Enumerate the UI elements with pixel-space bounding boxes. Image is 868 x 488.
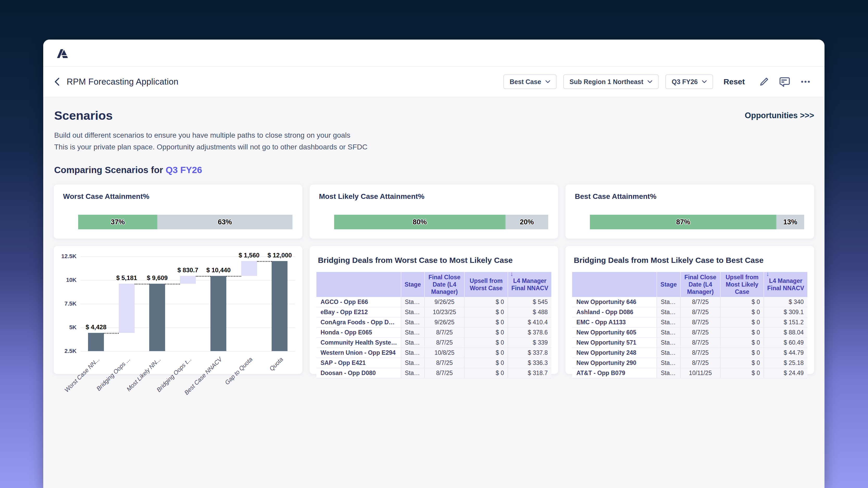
column-header-1[interactable]: Stage [401, 272, 425, 297]
table-row[interactable]: ConAgra Foods - Opp D1374Stage 39/26/25$… [316, 317, 552, 327]
waterfall-bar-total [88, 333, 104, 351]
table-cell: $ 0 [720, 348, 764, 358]
bridging-table-likely-to-best: Bridging Deals from Most Likely Case to … [565, 246, 814, 374]
anaplan-logo-icon [55, 47, 68, 59]
waterfall-bar-total [149, 284, 165, 351]
table-row[interactable]: AGCO - Opp E66Stage 39/26/25$ 0$ 545 [316, 297, 552, 307]
table-row[interactable]: SAP - Opp E421Stage 38/7/25$ 0$ 336.3 [316, 358, 552, 368]
sort-descending-icon: ↓ [510, 270, 513, 278]
table-cell: 8/7/25 [681, 317, 720, 327]
attainment-remaining-segment: 13% [776, 215, 804, 229]
comment-button[interactable] [778, 75, 792, 89]
table-cell: $ 545 [508, 297, 551, 307]
table-row[interactable]: EMC - Opp A1133Stage 18/7/25$ 0$ 151.2 [572, 317, 807, 327]
table-row[interactable]: Community Health Systems - ...Stage 48/7… [316, 337, 552, 348]
waterfall-bar-total [210, 276, 226, 351]
x-axis-label: Gap to Quota [224, 356, 254, 386]
table-cell: Stage 1 [657, 368, 680, 378]
column-header-1[interactable]: Stage [657, 272, 680, 297]
column-header-label: Final Close Date (L4 Manager) [683, 273, 718, 295]
waterfall-chart-card: 12.5K10K7.5K5K2.5K$ 4,428Worst Case NN..… [54, 246, 302, 374]
table-row[interactable]: New Opportunity 290Stage 28/7/25$ 0$ 25.… [572, 358, 807, 368]
chart-gridline [81, 304, 295, 304]
opportunities-link[interactable]: Opportunities >>> [745, 111, 814, 120]
table-row[interactable]: New Opportunity 605Stage 28/7/25$ 0$ 88.… [572, 327, 807, 337]
bridging-deals-table: StageFinal Close Date (L4 Manager)Upsell… [572, 272, 807, 379]
table-row[interactable]: New Opportunity 571Stage 28/7/25$ 0$ 60.… [572, 337, 807, 348]
table-cell: $ 0 [464, 358, 508, 368]
filter-dropdown-sub-region-1-northeast[interactable]: Sub Region 1 Northeast [563, 74, 659, 89]
y-axis-tick: 12.5K [61, 253, 76, 260]
table-cell: $ 309.1 [764, 307, 807, 317]
deal-name-cell: AT&T - Opp B079 [572, 368, 657, 378]
table-row[interactable]: Ashland - Opp D086Stage 28/7/25$ 0$ 309.… [572, 307, 807, 317]
column-header-2[interactable]: Final Close Date (L4 Manager) [681, 272, 720, 297]
table-cell: Stage 3 [401, 358, 425, 368]
deal-name-cell: ConAgra Foods - Opp D1374 [316, 317, 401, 327]
table-row[interactable]: eBay - Opp E212Stage 310/23/25$ 0$ 488 [316, 307, 552, 317]
section-description-1: Build out different scenarios to ensure … [54, 129, 368, 141]
comment-icon [779, 76, 790, 88]
column-header-0[interactable] [316, 272, 401, 297]
waterfall-connector [226, 276, 241, 276]
comparing-period: Q3 FY26 [166, 165, 202, 175]
more-options-button[interactable] [799, 75, 812, 89]
y-axis-tick: 7.5K [65, 300, 76, 307]
filter-dropdown-q3-fy26[interactable]: Q3 FY26 [665, 74, 713, 89]
table-row[interactable]: Honda - Opp E065Stage 48/7/25$ 0$ 378.6 [316, 327, 552, 337]
waterfall-connector [104, 333, 119, 334]
section-title: Scenarios [54, 108, 368, 123]
bar-value-label: $ 9,609 [147, 274, 168, 282]
table-row[interactable]: New Opportunity 646Stage 28/7/25$ 0$ 340 [572, 297, 807, 307]
column-header-0[interactable] [572, 272, 657, 297]
table-cell: Stage 3 [401, 348, 425, 358]
table-cell: Stage 1 [657, 317, 680, 327]
column-header-label: Stage [660, 281, 677, 288]
back-button[interactable] [54, 77, 60, 86]
title-bar: RPM Forecasting Application Best CaseSub… [43, 67, 825, 97]
filter-label: Sub Region 1 Northeast [569, 78, 643, 86]
deal-name-cell: eBay - Opp E212 [316, 307, 401, 317]
attainment-achieved-segment: 80% [334, 215, 505, 229]
table-cell: $ 339 [508, 337, 551, 348]
bar-value-label: $ 830.7 [177, 266, 198, 274]
attainment-bar: 37%63% [78, 215, 292, 229]
column-header-3[interactable]: Upsell from Most Likely Case [720, 272, 764, 297]
column-header-3[interactable]: Upsell from Worst Case [464, 272, 508, 297]
table-cell: Stage 2 [657, 348, 680, 358]
deal-name-cell: Doosan - Opp D080 [316, 368, 401, 378]
table-row[interactable]: AT&T - Opp B079Stage 110/11/25$ 0$ 24.49 [572, 368, 807, 378]
table-cell: 8/7/25 [681, 327, 720, 337]
waterfall-connector [257, 261, 272, 262]
table-cell: Stage 2 [657, 297, 680, 307]
x-axis-label: Worst Case NN... [63, 356, 101, 394]
table-cell: $ 151.2 [764, 317, 807, 327]
edit-button[interactable] [757, 75, 771, 89]
table-cell: $ 0 [720, 327, 764, 337]
table-cell: 10/8/25 [425, 348, 464, 358]
table-cell: Stage 3 [401, 297, 425, 307]
reset-button[interactable]: Reset [723, 77, 745, 86]
filter-label: Q3 FY26 [672, 78, 698, 86]
column-header-2[interactable]: Final Close Date (L4 Manager) [425, 272, 464, 297]
deal-name-cell: AGCO - Opp E66 [316, 297, 401, 307]
waterfall-bar-total [272, 261, 287, 351]
logo-bar [43, 39, 825, 67]
table-row[interactable]: New Opportunity 248Stage 28/7/25$ 0$ 44.… [572, 348, 807, 358]
filter-dropdown-best-case[interactable]: Best Case [503, 74, 557, 89]
attainment-remaining-segment: 20% [505, 215, 549, 229]
column-header-4[interactable]: L4 Manager Final NNACV↓ [508, 272, 551, 297]
table-cell: Stage 3 [401, 317, 425, 327]
table-cell: $ 0 [464, 297, 508, 307]
deal-name-cell: Ashland - Opp D086 [572, 307, 657, 317]
table-row[interactable]: Doosan - Opp D080Stage 48/7/25$ 0$ 318.7 [316, 368, 552, 378]
table-cell: $ 0 [720, 317, 764, 327]
page-title: RPM Forecasting Application [67, 77, 178, 87]
ellipsis-icon [800, 76, 811, 88]
column-header-label: Stage [404, 281, 421, 288]
deal-name-cell: New Opportunity 290 [572, 358, 657, 368]
table-title: Bridging Deals from Worst Case to Most L… [318, 256, 552, 265]
table-row[interactable]: Western Union - Opp E294Stage 310/8/25$ … [316, 348, 552, 358]
app-window: RPM Forecasting Application Best CaseSub… [43, 39, 825, 488]
column-header-4[interactable]: L4 Manager Final NNACV↓ [764, 272, 807, 297]
